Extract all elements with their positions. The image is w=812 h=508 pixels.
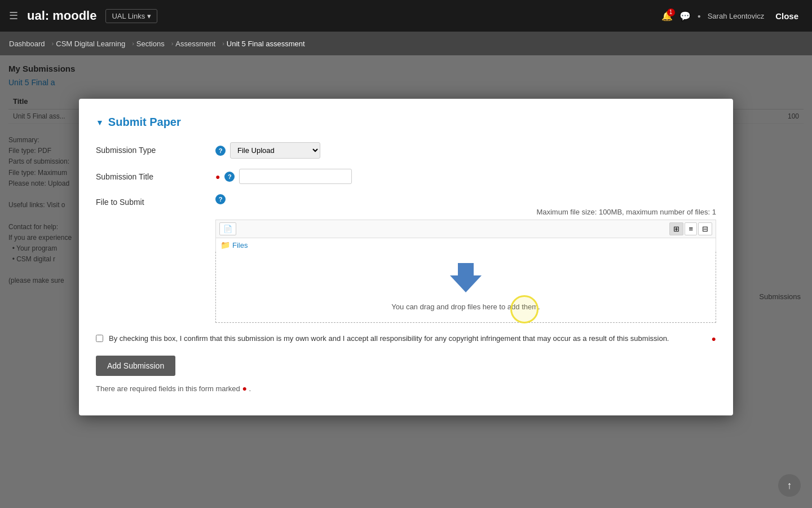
required-fields-note: There are required fields in this form m…: [96, 384, 716, 393]
add-file-button[interactable]: 📄: [219, 222, 236, 235]
hamburger-icon[interactable]: ☰: [9, 10, 18, 22]
grid-view-button[interactable]: ⊞: [669, 222, 683, 235]
collapse-icon[interactable]: ▼: [96, 118, 104, 127]
submission-title-help-icon[interactable]: ?: [224, 172, 235, 182]
breadcrumb-item-csm[interactable]: CSM Digital Learning ›: [56, 40, 134, 48]
copyright-checkbox-row: By checking this box, I confirm that thi…: [96, 333, 716, 344]
breadcrumb-item-dashboard[interactable]: Dashboard ›: [9, 40, 54, 48]
breadcrumb: Dashboard › CSM Digital Learning › Secti…: [0, 32, 812, 55]
ual-links-label: UAL Links: [112, 12, 145, 20]
breadcrumb-item-sections[interactable]: Sections ›: [136, 40, 174, 48]
submission-title-required-icon: ●: [215, 172, 220, 181]
message-icon[interactable]: 💬: [679, 11, 691, 21]
file-upload-info: Maximum file size: 100MB, maximum number…: [215, 208, 716, 216]
breadcrumb-item-unit5[interactable]: Unit 5 Final assessment: [227, 40, 305, 48]
list-view-button[interactable]: ≡: [685, 222, 697, 235]
submission-type-select[interactable]: File Upload Text Entry: [230, 142, 320, 159]
file-to-submit-help-icon[interactable]: ?: [215, 194, 226, 204]
chevron-right-icon-3: ›: [171, 40, 174, 47]
file-to-submit-row: File to Submit ? Maximum file size: 100M…: [96, 194, 716, 323]
notification-badge: 1: [667, 8, 675, 16]
brand-logo: ual: moodle: [27, 8, 96, 23]
submission-type-label: Submission Type: [96, 142, 209, 155]
file-to-submit-controls: ? Maximum file size: 100MB, maximum numb…: [215, 194, 716, 323]
submission-type-controls: ? File Upload Text Entry: [215, 142, 716, 159]
file-nav: 📁 Files: [215, 238, 716, 252]
chevron-right-icon-4: ›: [222, 40, 224, 47]
drop-zone[interactable]: You can drag and drop files here to add …: [215, 252, 716, 323]
scroll-to-top-button[interactable]: ↑: [778, 474, 801, 497]
username-label: Sarah Leontovicz: [708, 12, 764, 20]
required-marker: ●: [242, 384, 246, 393]
tree-view-button[interactable]: ⊟: [698, 222, 712, 235]
nav-right: 🔔 1 💬 ● Sarah Leontovicz Close: [661, 9, 803, 23]
dot-indicator: ●: [698, 13, 701, 19]
folder-icon: 📁: [220, 240, 230, 249]
copyright-checkbox[interactable]: [96, 335, 103, 342]
ual-links-chevron: ▾: [147, 12, 151, 20]
modal-title: ▼ Submit Paper: [96, 116, 716, 129]
file-to-submit-label: File to Submit: [96, 194, 209, 207]
top-nav: ☰ ual: moodle UAL Links ▾ 🔔 1 💬 ● Sarah …: [0, 0, 812, 32]
breadcrumb-item-assessment[interactable]: Assessment ›: [175, 40, 224, 48]
add-submission-button[interactable]: Add Submission: [96, 356, 175, 376]
chevron-right-icon: ›: [52, 40, 54, 47]
submission-title-input[interactable]: [239, 169, 352, 184]
submission-title-label: Submission Title: [96, 169, 209, 181]
file-toolbar-left: 📄: [219, 222, 236, 235]
file-toolbar-right: ⊞ ≡ ⊟: [669, 222, 712, 235]
submit-paper-modal: ▼ Submit Paper Submission Type ? File Up…: [79, 99, 733, 415]
submission-type-row: Submission Type ? File Upload Text Entry: [96, 142, 716, 159]
copyright-required-icon: ●: [712, 334, 716, 343]
submit-button-container: Add Submission: [96, 356, 716, 376]
close-button[interactable]: Close: [771, 9, 803, 23]
copyright-text: By checking this box, I confirm that thi…: [109, 333, 706, 344]
notification-icon[interactable]: 🔔 1: [661, 11, 673, 21]
submission-title-row: Submission Title ● ?: [96, 169, 716, 184]
file-toolbar: 📄 ⊞ ≡ ⊟: [215, 220, 716, 238]
submission-type-help-icon[interactable]: ?: [215, 146, 226, 156]
submission-title-controls: ● ?: [215, 169, 716, 184]
drop-zone-text: You can drag and drop files here to add …: [391, 303, 540, 311]
chevron-right-icon-2: ›: [132, 40, 134, 47]
files-link[interactable]: Files: [232, 241, 248, 249]
ual-links-menu[interactable]: UAL Links ▾: [105, 9, 157, 23]
